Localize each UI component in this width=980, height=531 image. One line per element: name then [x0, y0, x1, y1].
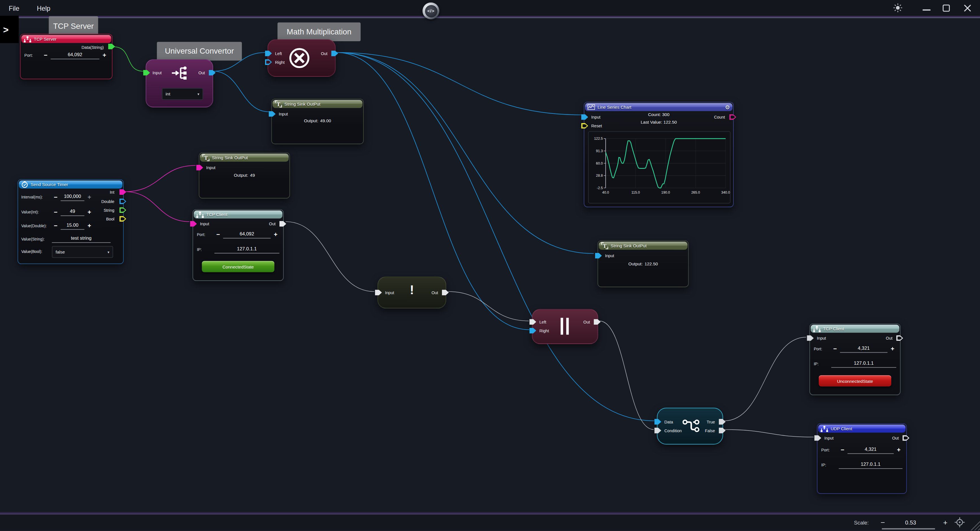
output-pin[interactable]: [280, 221, 286, 227]
wire-timer-int-to-sink2[interactable]: [125, 165, 196, 192]
output-pin[interactable]: [896, 335, 903, 341]
theme-toggle-button[interactable]: [889, 0, 906, 16]
send-source-timer-header[interactable]: Send Source Timer: [19, 181, 123, 189]
value-int-increment-button[interactable]: +: [86, 209, 93, 215]
ip-value[interactable]: 127.0.1.1: [215, 246, 280, 253]
input-pin[interactable]: [143, 70, 150, 76]
string-sink-node-2[interactable]: T String Sink OutPut Input Output: 49: [199, 152, 290, 199]
value-double-increment-button[interactable]: +: [86, 223, 93, 229]
port-increment-button[interactable]: +: [895, 447, 902, 453]
line-series-chart-node[interactable]: Line Series Chart ⚙ Input Reset Count Co…: [584, 102, 734, 208]
interval-decrement-button[interactable]: −: [52, 194, 60, 200]
scale-slider[interactable]: [882, 528, 935, 529]
menu-help[interactable]: Help: [35, 0, 53, 16]
string-sink-header[interactable]: T String Sink OutPut: [272, 100, 362, 108]
value-string-value[interactable]: test string: [52, 235, 111, 243]
count-output-pin[interactable]: [729, 114, 736, 120]
connection-state-button[interactable]: UnconnectedState: [819, 375, 891, 387]
line-series-chart-header[interactable]: Line Series Chart ⚙: [585, 103, 732, 111]
port-value[interactable]: 64,092: [51, 52, 99, 59]
not-node[interactable]: Input ! Out: [377, 277, 446, 309]
string-sink-header[interactable]: T String Sink OutPut: [599, 242, 687, 250]
wire-tcp-server-to-convertor[interactable]: [114, 47, 143, 71]
connection-state-button[interactable]: ConnectedState: [202, 261, 274, 273]
wire-math-to-chart-input[interactable]: [336, 52, 582, 115]
wire-timer-int-to-tcp-client1[interactable]: [125, 192, 189, 222]
port-increment-button[interactable]: +: [100, 52, 108, 58]
menu-file[interactable]: File: [6, 0, 22, 16]
ip-value[interactable]: 127.0.1.1: [831, 360, 896, 367]
wire-or-to-switch-condition[interactable]: [599, 321, 654, 430]
port-decrement-button[interactable]: −: [215, 232, 222, 238]
scale-zoom-in-button[interactable]: +: [943, 514, 948, 531]
value-double-value[interactable]: 15.00: [61, 222, 84, 229]
output-pin[interactable]: [902, 435, 909, 441]
value-double-decrement-button[interactable]: −: [52, 223, 60, 229]
input-pin[interactable]: [269, 111, 275, 117]
data-input-pin[interactable]: [654, 419, 661, 425]
interval-increment-button[interactable]: +: [86, 194, 93, 200]
interval-value[interactable]: 100,000: [61, 193, 84, 201]
port-value[interactable]: 64,092: [223, 231, 271, 238]
gear-icon[interactable]: ⚙: [725, 104, 730, 110]
input-pin[interactable]: [815, 435, 821, 441]
wire-switch-false-to-udp[interactable]: [724, 430, 813, 437]
minimize-button[interactable]: [918, 0, 935, 16]
string-sink-node-3[interactable]: T String Sink OutPut Input Output: 122.5…: [597, 241, 689, 287]
input-pin[interactable]: [595, 253, 602, 258]
false-output-pin[interactable]: [719, 428, 725, 433]
input-pin[interactable]: [190, 221, 197, 227]
wire-switch-true-to-tcp-client2[interactable]: [724, 337, 806, 421]
output-pin-data-string[interactable]: [108, 44, 115, 49]
port-decrement-button[interactable]: −: [839, 447, 846, 453]
maximize-button[interactable]: [938, 0, 955, 16]
sidebar-toggle[interactable]: >: [0, 16, 19, 43]
true-output-pin[interactable]: [719, 419, 725, 425]
udp-client-node[interactable]: UDP Client Input Out Port: − 4,321 + IP:…: [817, 423, 907, 494]
wire-not-to-or-left[interactable]: [448, 292, 529, 321]
close-button[interactable]: [959, 0, 976, 16]
tcp-client-header[interactable]: TCP Client: [811, 325, 899, 333]
output-pin[interactable]: [331, 51, 338, 56]
wire-math-to-sink3[interactable]: [336, 52, 594, 254]
int-output-pin[interactable]: [119, 189, 126, 195]
output-pin[interactable]: [209, 70, 216, 76]
type-select-dropdown[interactable]: int ▾: [162, 88, 203, 100]
left-input-pin[interactable]: [265, 51, 272, 56]
wire-tcp-client1-to-not[interactable]: [286, 222, 374, 292]
port-decrement-button[interactable]: −: [831, 346, 839, 352]
left-input-pin[interactable]: [529, 319, 536, 325]
send-source-timer-node[interactable]: Send Source Timer Int Double String Bool…: [18, 179, 124, 264]
math-multiplication-node[interactable]: Left Right Out: [267, 39, 336, 77]
tcp-client-node-1[interactable]: TCP Client Input Out Port: − 64,092 + IP…: [192, 209, 284, 281]
tcp-client-node-2[interactable]: TCP Client Input Out Port: − 4,321 + IP:…: [809, 323, 900, 395]
universal-convertor-node[interactable]: Input Out int ▾: [146, 59, 213, 107]
output-pin[interactable]: [442, 290, 449, 295]
string-output-pin[interactable]: [119, 207, 126, 213]
tcp-server-node[interactable]: TCP Server Data(String) Port: − 64,092 +: [20, 33, 113, 79]
udp-client-header[interactable]: UDP Client: [818, 425, 906, 433]
output-pin[interactable]: [594, 319, 600, 325]
value-bool-dropdown[interactable]: false ▾: [52, 246, 113, 258]
bool-output-pin[interactable]: [119, 216, 126, 222]
port-value[interactable]: 4,321: [848, 446, 894, 453]
resize-grip[interactable]: [968, 518, 980, 531]
string-sink-node-1[interactable]: T String Sink OutPut Input Output: 49.00: [271, 98, 364, 144]
condition-input-pin[interactable]: [654, 428, 661, 433]
right-input-pin[interactable]: [529, 328, 536, 333]
port-value[interactable]: 4,321: [840, 345, 888, 352]
string-sink-header[interactable]: T String Sink OutPut: [200, 154, 289, 162]
value-int-value[interactable]: 49: [61, 209, 84, 216]
value-int-decrement-button[interactable]: −: [52, 209, 60, 215]
ip-value[interactable]: 127.0.1.1: [839, 461, 902, 468]
tcp-client-header[interactable]: TCP Client: [194, 210, 283, 219]
port-increment-button[interactable]: +: [889, 346, 896, 352]
node-editor-canvas[interactable]: TCP Server Universal Convertor Math Mult…: [0, 16, 980, 515]
port-increment-button[interactable]: +: [272, 232, 280, 238]
wire-convertor-to-sink1[interactable]: [213, 71, 269, 112]
input-pin[interactable]: [196, 165, 203, 171]
port-decrement-button[interactable]: −: [42, 52, 49, 58]
double-output-pin[interactable]: [119, 198, 126, 204]
input-pin[interactable]: [807, 335, 813, 341]
or-node[interactable]: Left Right Out: [532, 309, 598, 344]
